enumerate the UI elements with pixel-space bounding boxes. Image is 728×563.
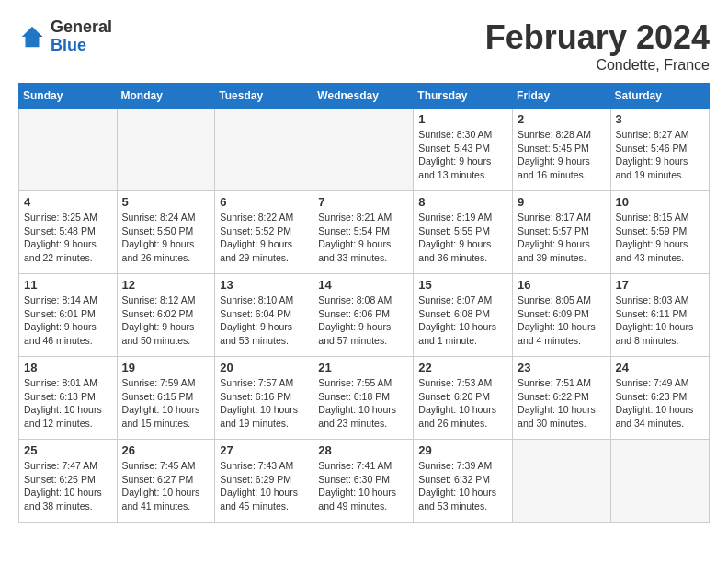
calendar-cell: 13Sunrise: 8:10 AMSunset: 6:04 PMDayligh… (215, 274, 313, 357)
calendar-week-row: 18Sunrise: 8:01 AMSunset: 6:13 PMDayligh… (19, 357, 710, 440)
day-info: Sunrise: 8:10 AMSunset: 6:04 PMDaylight:… (220, 293, 308, 348)
day-number: 8 (418, 195, 507, 209)
calendar-week-row: 25Sunrise: 7:47 AMSunset: 6:25 PMDayligh… (19, 440, 710, 523)
day-info: Sunrise: 8:05 AMSunset: 6:09 PMDaylight:… (518, 293, 606, 348)
day-info: Sunrise: 8:01 AMSunset: 6:13 PMDaylight:… (24, 376, 112, 431)
day-info: Sunrise: 7:49 AMSunset: 6:23 PMDaylight:… (616, 376, 704, 431)
weekday-header-monday: Monday (117, 84, 215, 109)
calendar-cell: 20Sunrise: 7:57 AMSunset: 6:16 PMDayligh… (215, 357, 313, 440)
day-info: Sunrise: 7:55 AMSunset: 6:18 PMDaylight:… (318, 376, 408, 431)
day-info: Sunrise: 7:43 AMSunset: 6:29 PMDaylight:… (220, 459, 308, 513)
day-info: Sunrise: 7:41 AMSunset: 6:30 PMDaylight:… (318, 459, 408, 513)
day-info: Sunrise: 7:39 AMSunset: 6:32 PMDaylight:… (418, 459, 507, 513)
day-number: 25 (24, 443, 112, 457)
logo-general: General (51, 18, 112, 37)
logo-text: General Blue (51, 18, 112, 55)
weekday-header-sunday: Sunday (19, 84, 118, 109)
calendar-cell: 28Sunrise: 7:41 AMSunset: 6:30 PMDayligh… (313, 440, 414, 523)
title-area: February 2024 Condette, France (485, 18, 710, 74)
calendar-cell: 10Sunrise: 8:15 AMSunset: 5:59 PMDayligh… (610, 191, 709, 274)
calendar-cell (313, 109, 414, 191)
calendar-cell (513, 440, 611, 523)
calendar-cell: 18Sunrise: 8:01 AMSunset: 6:13 PMDayligh… (19, 357, 118, 440)
calendar-cell (117, 109, 215, 191)
day-number: 11 (24, 278, 112, 292)
calendar-cell (19, 109, 118, 191)
calendar-cell: 3Sunrise: 8:27 AMSunset: 5:46 PMDaylight… (610, 109, 709, 191)
calendar-cell: 21Sunrise: 7:55 AMSunset: 6:18 PMDayligh… (313, 357, 414, 440)
calendar-week-row: 1Sunrise: 8:30 AMSunset: 5:43 PMDaylight… (19, 109, 710, 191)
calendar-cell: 29Sunrise: 7:39 AMSunset: 6:32 PMDayligh… (414, 440, 513, 523)
day-number: 23 (518, 361, 606, 374)
day-info: Sunrise: 8:28 AMSunset: 5:45 PMDaylight:… (518, 128, 606, 182)
day-info: Sunrise: 8:08 AMSunset: 6:06 PMDaylight:… (318, 293, 408, 348)
calendar-cell: 12Sunrise: 8:12 AMSunset: 6:02 PMDayligh… (117, 274, 215, 357)
day-info: Sunrise: 7:57 AMSunset: 6:16 PMDaylight:… (220, 376, 308, 431)
day-number: 28 (318, 443, 408, 457)
day-info: Sunrise: 8:19 AMSunset: 5:55 PMDaylight:… (418, 211, 507, 265)
calendar-cell: 22Sunrise: 7:53 AMSunset: 6:20 PMDayligh… (414, 357, 513, 440)
calendar-cell: 6Sunrise: 8:22 AMSunset: 5:52 PMDaylight… (215, 191, 313, 274)
calendar-header-row: SundayMondayTuesdayWednesdayThursdayFrid… (19, 84, 710, 109)
calendar-table: SundayMondayTuesdayWednesdayThursdayFrid… (18, 83, 710, 523)
logo-icon (18, 23, 46, 51)
calendar-cell: 9Sunrise: 8:17 AMSunset: 5:57 PMDaylight… (513, 191, 611, 274)
calendar-cell: 15Sunrise: 8:07 AMSunset: 6:08 PMDayligh… (414, 274, 513, 357)
calendar-cell: 27Sunrise: 7:43 AMSunset: 6:29 PMDayligh… (215, 440, 313, 523)
calendar-cell (215, 109, 313, 191)
calendar-cell: 14Sunrise: 8:08 AMSunset: 6:06 PMDayligh… (313, 274, 414, 357)
calendar-week-row: 11Sunrise: 8:14 AMSunset: 6:01 PMDayligh… (19, 274, 710, 357)
calendar-cell: 23Sunrise: 7:51 AMSunset: 6:22 PMDayligh… (513, 357, 611, 440)
logo: General Blue (18, 18, 112, 55)
day-info: Sunrise: 8:30 AMSunset: 5:43 PMDaylight:… (418, 128, 507, 182)
weekday-header-friday: Friday (513, 84, 611, 109)
day-info: Sunrise: 8:14 AMSunset: 6:01 PMDaylight:… (24, 293, 112, 348)
day-number: 21 (318, 361, 408, 374)
page-header: General Blue February 2024 Condette, Fra… (18, 18, 710, 74)
calendar-cell (610, 440, 709, 523)
day-info: Sunrise: 7:59 AMSunset: 6:15 PMDaylight:… (122, 376, 210, 431)
month-year-title: February 2024 (485, 18, 710, 57)
day-info: Sunrise: 7:45 AMSunset: 6:27 PMDaylight:… (122, 459, 210, 513)
calendar-cell: 4Sunrise: 8:25 AMSunset: 5:48 PMDaylight… (19, 191, 118, 274)
day-info: Sunrise: 8:17 AMSunset: 5:57 PMDaylight:… (518, 211, 606, 265)
location-subtitle: Condette, France (485, 57, 710, 74)
day-info: Sunrise: 8:03 AMSunset: 6:11 PMDaylight:… (616, 293, 704, 348)
day-number: 17 (616, 278, 704, 292)
day-number: 12 (122, 278, 210, 292)
calendar-cell: 11Sunrise: 8:14 AMSunset: 6:01 PMDayligh… (19, 274, 118, 357)
day-number: 2 (518, 112, 606, 126)
day-number: 26 (122, 443, 210, 457)
day-number: 3 (616, 112, 704, 126)
day-info: Sunrise: 8:12 AMSunset: 6:02 PMDaylight:… (122, 293, 210, 348)
day-info: Sunrise: 8:22 AMSunset: 5:52 PMDaylight:… (220, 211, 308, 265)
day-number: 16 (518, 278, 606, 292)
day-info: Sunrise: 8:21 AMSunset: 5:54 PMDaylight:… (318, 211, 408, 265)
day-number: 4 (24, 195, 112, 209)
calendar-cell: 26Sunrise: 7:45 AMSunset: 6:27 PMDayligh… (117, 440, 215, 523)
day-number: 24 (616, 361, 704, 374)
calendar-cell: 7Sunrise: 8:21 AMSunset: 5:54 PMDaylight… (313, 191, 414, 274)
day-number: 20 (220, 361, 308, 374)
day-info: Sunrise: 7:47 AMSunset: 6:25 PMDaylight:… (24, 459, 112, 513)
weekday-header-saturday: Saturday (610, 84, 709, 109)
calendar-cell: 1Sunrise: 8:30 AMSunset: 5:43 PMDaylight… (414, 109, 513, 191)
calendar-cell: 2Sunrise: 8:28 AMSunset: 5:45 PMDaylight… (513, 109, 611, 191)
day-number: 29 (418, 443, 507, 457)
day-number: 5 (122, 195, 210, 209)
day-number: 1 (418, 112, 507, 126)
day-number: 9 (518, 195, 606, 209)
day-number: 18 (24, 361, 112, 374)
day-number: 10 (616, 195, 704, 209)
day-info: Sunrise: 8:07 AMSunset: 6:08 PMDaylight:… (418, 293, 507, 348)
day-info: Sunrise: 8:15 AMSunset: 5:59 PMDaylight:… (616, 211, 704, 265)
day-number: 13 (220, 278, 308, 292)
day-number: 6 (220, 195, 308, 209)
day-number: 14 (318, 278, 408, 292)
day-info: Sunrise: 8:27 AMSunset: 5:46 PMDaylight:… (616, 128, 704, 182)
calendar-cell: 24Sunrise: 7:49 AMSunset: 6:23 PMDayligh… (610, 357, 709, 440)
weekday-header-tuesday: Tuesday (215, 84, 313, 109)
day-info: Sunrise: 8:25 AMSunset: 5:48 PMDaylight:… (24, 211, 112, 265)
calendar-cell: 19Sunrise: 7:59 AMSunset: 6:15 PMDayligh… (117, 357, 215, 440)
calendar-cell: 17Sunrise: 8:03 AMSunset: 6:11 PMDayligh… (610, 274, 709, 357)
